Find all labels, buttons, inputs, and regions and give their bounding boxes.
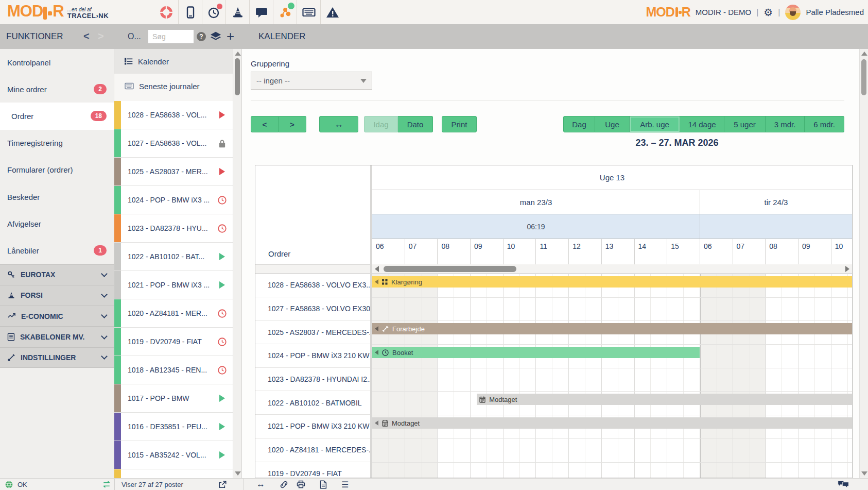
timeline-scrollbar[interactable]: [372, 264, 852, 274]
main-scrollbar[interactable]: [859, 49, 868, 478]
order-list-item[interactable]: 1017 - POP - BMW: [114, 384, 233, 413]
share-icon[interactable]: [218, 479, 227, 490]
sidebar-section-forsi[interactable]: FORSI: [0, 285, 114, 306]
event-forarbejde[interactable]: Forarbejde: [372, 323, 852, 334]
globe-icon[interactable]: [5, 479, 13, 490]
timeline-row[interactable]: Modtaget: [372, 415, 852, 439]
print-icon[interactable]: [297, 479, 305, 490]
today-button[interactable]: Idag: [364, 116, 398, 132]
order-list-item[interactable]: 1027 - EA58638 - VOL...: [114, 129, 233, 158]
grid-row-label[interactable]: 1028 - EA58638 - VOLVO EX3...: [255, 274, 370, 297]
scroll-left-icon[interactable]: [375, 266, 379, 272]
scrollbar-thumb[interactable]: [384, 266, 516, 272]
swap-icon[interactable]: [102, 479, 111, 490]
grid-row-label[interactable]: 1023 - DA82378 - HYUNDAI I2...: [255, 368, 370, 392]
view-14-dage-button[interactable]: 14 dage: [680, 116, 724, 132]
network-icon[interactable]: [273, 0, 297, 24]
lifebuoy-icon[interactable]: [154, 0, 178, 24]
date-button[interactable]: Dato: [398, 116, 433, 132]
order-list-item[interactable]: 1014 - DW41170 - PEU...: [114, 469, 233, 478]
gear-icon[interactable]: ⚙: [763, 7, 773, 18]
view-dag-button[interactable]: Dag: [563, 116, 595, 132]
sidebar-section-eurotax[interactable]: EUROTAX: [0, 264, 114, 285]
warning-icon[interactable]: [320, 0, 344, 24]
sidebar-item-mine-ordrer[interactable]: Mine ordrer2: [0, 76, 114, 103]
phone-icon[interactable]: [178, 0, 202, 24]
menu-icon[interactable]: ☰: [341, 479, 349, 490]
grouping-select[interactable]: -- ingen --: [251, 72, 372, 90]
order-list-item[interactable]: 1022 - AB10102 - BAT...: [114, 243, 233, 271]
order-list-item[interactable]: 1023 - DA82378 - HYU...: [114, 214, 233, 243]
sidebar-section-economic[interactable]: E-CONOMIC: [0, 306, 114, 326]
view-5-uger-button[interactable]: 5 uger: [724, 116, 766, 132]
scroll-up-icon[interactable]: [861, 52, 867, 56]
day-header-tir[interactable]: tir 24/3: [700, 190, 852, 214]
panel-view-kalender[interactable]: Kalender: [114, 49, 233, 74]
sidebar-item-timeregistrering[interactable]: Timeregistrering: [0, 130, 114, 157]
day-header-man[interactable]: man 23/3: [372, 190, 700, 214]
help-icon[interactable]: ?: [197, 32, 206, 41]
next-button[interactable]: >: [279, 116, 306, 132]
scroll-right-icon[interactable]: [845, 266, 849, 272]
scrollbar-thumb[interactable]: [861, 59, 866, 95]
search-input[interactable]: [148, 30, 194, 43]
view-6-mdr-button[interactable]: 6 mdr.: [805, 116, 844, 132]
order-list-item[interactable]: 1024 - POP - BMW iX3 ...: [114, 186, 233, 214]
sidebar-item-laanebiler[interactable]: Lånebiler1: [0, 237, 114, 264]
order-list-item[interactable]: 1016 - DE35851 - PEU...: [114, 413, 233, 441]
scroll-down-icon[interactable]: [861, 471, 867, 476]
panel-view-seneste-journaler[interactable]: Seneste journaler: [114, 74, 233, 98]
sidebar-item-afvigelser[interactable]: Afvigelser: [0, 210, 114, 237]
scroll-down-icon[interactable]: [235, 471, 241, 476]
sidebar-item-formularer[interactable]: Formularer (ordrer): [0, 157, 114, 183]
sidebar-section-skabeloner[interactable]: SKABELONER MV.: [0, 326, 114, 347]
range-button[interactable]: ↔: [319, 116, 358, 132]
keyboard-icon[interactable]: [297, 0, 320, 24]
grid-row-label[interactable]: 1020 - AZ84181 - MERCEDES-...: [255, 438, 370, 462]
grid-row-label[interactable]: 1024 - POP - BMW iX3 210 KW: [255, 344, 370, 368]
scrollbar-thumb[interactable]: [235, 58, 240, 95]
event-modtaget[interactable]: Modtaget: [477, 394, 852, 405]
sidebar-item-ordrer[interactable]: Ordrer18: [0, 103, 114, 129]
order-list-item[interactable]: 1025 - AS28037 - MER...: [114, 158, 233, 186]
panel-scrollbar[interactable]: [233, 49, 241, 478]
sidebar-section-indstillinger[interactable]: INDSTILLINGER: [0, 347, 114, 368]
collapse-right-chevron[interactable]: >: [98, 24, 104, 48]
event-klargoring[interactable]: Klargøring: [372, 276, 852, 288]
clock-icon[interactable]: [202, 0, 225, 24]
scroll-up-icon[interactable]: [235, 52, 241, 56]
view-uge-button[interactable]: Uge: [595, 116, 630, 132]
add-icon[interactable]: +: [227, 24, 234, 48]
order-list-item[interactable]: 1015 - AB35242 - VOL...: [114, 441, 233, 469]
grid-row-label[interactable]: 1022 - AB10102 - BATMOBIL: [255, 391, 370, 415]
link-icon[interactable]: [280, 479, 288, 490]
timeline-row[interactable]: Klargøring: [372, 274, 852, 298]
prev-button[interactable]: <: [251, 116, 279, 132]
timeline-row[interactable]: Forarbejde: [372, 321, 852, 345]
timeline-row[interactable]: [372, 439, 852, 463]
user-avatar[interactable]: [785, 5, 801, 20]
order-list-item[interactable]: 1018 - AB12345 - REN...: [114, 356, 233, 384]
timeline-row[interactable]: Booket: [372, 345, 852, 368]
cone-icon[interactable]: [225, 0, 249, 24]
grid-row-label[interactable]: 1021 - POP - BMW iX3 210 KW: [255, 415, 370, 438]
order-list-item[interactable]: 1020 - AZ84181 - MER...: [114, 299, 233, 328]
view-3-mdr-button[interactable]: 3 mdr.: [766, 116, 805, 132]
grid-row-label[interactable]: 1025 - AS28037 - MERCEDES-...: [255, 320, 370, 344]
sidebar-item-beskeder[interactable]: Beskeder: [0, 183, 114, 210]
timeline-row[interactable]: [372, 463, 852, 478]
grid-row-label[interactable]: 1019 - DV20749 - FIAT: [255, 462, 370, 479]
timeline-row[interactable]: [372, 368, 852, 392]
layers-icon[interactable]: [210, 31, 221, 42]
chat-icon[interactable]: [249, 0, 273, 24]
order-list-item[interactable]: 1028 - EA58638 - VOL...: [114, 101, 233, 129]
order-list-item[interactable]: 1021 - POP - BMW iX3 ...: [114, 271, 233, 299]
chat-bubbles-icon[interactable]: [837, 479, 849, 490]
resize-h-icon[interactable]: ↔: [256, 479, 265, 490]
timeline-row[interactable]: Modtaget: [372, 392, 852, 415]
event-modtaget[interactable]: Modtaget: [372, 417, 852, 429]
collapse-left-chevron[interactable]: <: [83, 24, 90, 48]
pdf-icon[interactable]: [320, 479, 327, 490]
print-button[interactable]: Print: [442, 116, 477, 132]
event-booket[interactable]: Booket: [372, 347, 700, 358]
